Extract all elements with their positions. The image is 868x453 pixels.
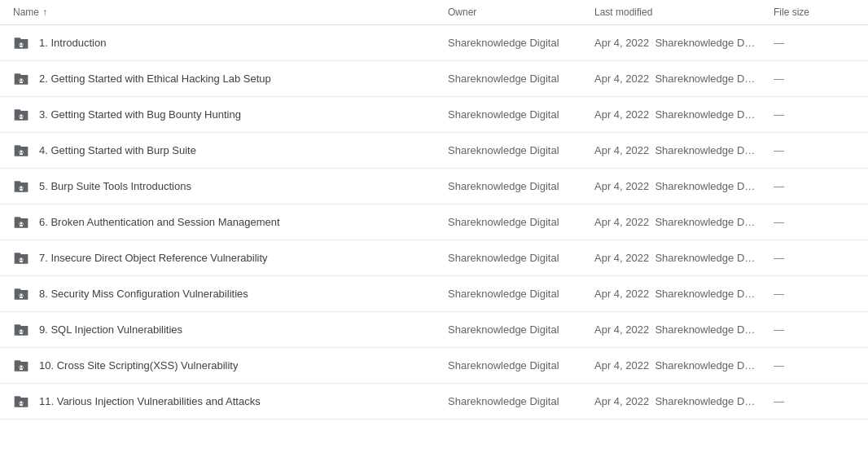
owner-cell: Shareknowledge Digital — [448, 288, 594, 300]
header-last-modified[interactable]: Last modified — [594, 7, 774, 18]
table-row[interactable]: 6. Broken Authentication and Session Man… — [0, 205, 868, 240]
row-name-text: 9. SQL Injection Vulnerabilities — [39, 323, 182, 336]
modified-cell: Apr 4, 2022 Shareknowledge D… — [594, 252, 774, 264]
modified-cell: Apr 4, 2022 Shareknowledge D… — [594, 180, 774, 192]
modified-cell: Apr 4, 2022 Shareknowledge D… — [594, 288, 774, 300]
table-row[interactable]: 5. Burp Suite Tools Introductions Sharek… — [0, 169, 868, 205]
size-cell: — — [774, 359, 855, 372]
name-cell: 5. Burp Suite Tools Introductions — [13, 170, 448, 203]
table-row[interactable]: 4. Getting Started with Burp Suite Share… — [0, 133, 868, 169]
name-cell: 9. SQL Injection Vulnerabilities — [13, 314, 448, 346]
row-name-text: 4. Getting Started with Burp Suite — [39, 144, 196, 156]
table-row[interactable]: 8. Security Miss Configuration Vulnerabi… — [0, 276, 868, 312]
header-owner[interactable]: Owner — [448, 7, 594, 18]
table-row[interactable]: 7. Insecure Direct Object Reference Vuln… — [0, 240, 868, 276]
owner-cell: Shareknowledge Digital — [448, 73, 594, 85]
row-name-text: 11. Various Injection Vulnerabilities an… — [39, 395, 261, 407]
row-name-text: 10. Cross Site Scripting(XSS) Vulnerabil… — [39, 359, 238, 372]
name-cell: 6. Broken Authentication and Session Man… — [13, 206, 448, 239]
svg-point-13 — [20, 187, 23, 189]
svg-point-29 — [20, 368, 23, 370]
modified-cell: Apr 4, 2022 Shareknowledge D… — [594, 108, 774, 121]
modified-cell: Apr 4, 2022 Shareknowledge D… — [594, 323, 774, 336]
name-cell: 11. Various Injection Vulnerabilities an… — [13, 385, 448, 418]
size-cell: — — [774, 288, 855, 300]
table-row[interactable]: 11. Various Injection Vulnerabilities an… — [0, 384, 868, 420]
header-name[interactable]: Name ↑ — [13, 7, 448, 18]
owner-cell: Shareknowledge Digital — [448, 252, 594, 264]
svg-point-32 — [20, 404, 23, 406]
svg-point-22 — [20, 294, 23, 297]
shared-folder-icon — [13, 143, 29, 159]
svg-point-5 — [20, 81, 23, 83]
table-row[interactable]: 10. Cross Site Scripting(XSS) Vulnerabil… — [0, 348, 868, 384]
shared-folder-icon — [13, 322, 29, 338]
table-row[interactable]: 2. Getting Started with Ethical Hacking … — [0, 61, 868, 97]
owner-cell: Shareknowledge Digital — [448, 37, 594, 49]
table-body: 1. Introduction Shareknowledge Digital A… — [0, 25, 868, 420]
table-row[interactable]: 1. Introduction Shareknowledge Digital A… — [0, 25, 868, 61]
row-name-text: 7. Insecure Direct Object Reference Vuln… — [39, 252, 268, 264]
modified-cell: Apr 4, 2022 Shareknowledge D… — [594, 73, 774, 85]
svg-point-1 — [20, 43, 23, 46]
size-cell: — — [774, 323, 855, 336]
svg-point-14 — [20, 189, 23, 191]
row-name-text: 6. Broken Authentication and Session Man… — [39, 216, 280, 228]
name-cell: 1. Introduction — [13, 27, 448, 59]
size-cell: — — [774, 108, 855, 121]
name-cell: 8. Security Miss Configuration Vulnerabi… — [13, 278, 448, 310]
shared-folder-icon — [13, 71, 29, 87]
shared-folder-icon — [13, 394, 29, 410]
modified-cell: Apr 4, 2022 Shareknowledge D… — [594, 395, 774, 407]
owner-cell: Shareknowledge Digital — [448, 395, 594, 407]
modified-cell: Apr 4, 2022 Shareknowledge D… — [594, 37, 774, 49]
size-cell: — — [774, 395, 855, 407]
size-cell: — — [774, 73, 855, 85]
svg-point-7 — [20, 115, 23, 117]
svg-point-23 — [20, 297, 23, 298]
owner-cell: Shareknowledge Digital — [448, 144, 594, 156]
header-name-label: Name — [13, 7, 39, 18]
name-cell: 4. Getting Started with Burp Suite — [13, 134, 448, 167]
svg-point-17 — [20, 225, 23, 226]
svg-point-31 — [20, 402, 23, 404]
row-name-text: 3. Getting Started with Bug Bounty Hunti… — [39, 108, 241, 121]
row-name-text: 2. Getting Started with Ethical Hacking … — [39, 73, 271, 85]
shared-folder-icon — [13, 107, 29, 123]
shared-folder-icon — [13, 178, 29, 195]
size-cell: — — [774, 252, 855, 264]
svg-point-8 — [20, 117, 23, 119]
header-file-size[interactable]: File size — [774, 7, 855, 18]
header-file-size-label: File size — [774, 7, 809, 18]
size-cell: — — [774, 37, 855, 49]
svg-point-20 — [20, 261, 23, 262]
table-header: Name ↑ Owner Last modified File size — [0, 0, 868, 25]
svg-point-19 — [20, 258, 23, 261]
name-cell: 7. Insecure Direct Object Reference Vuln… — [13, 242, 448, 275]
modified-cell: Apr 4, 2022 Shareknowledge D… — [594, 216, 774, 228]
owner-cell: Shareknowledge Digital — [448, 180, 594, 192]
svg-point-25 — [20, 330, 23, 332]
svg-point-11 — [20, 153, 23, 155]
name-cell: 10. Cross Site Scripting(XSS) Vulnerabil… — [13, 350, 448, 382]
svg-point-2 — [20, 46, 23, 47]
header-owner-label: Owner — [448, 7, 476, 18]
row-name-text: 8. Security Miss Configuration Vulnerabi… — [39, 288, 248, 300]
owner-cell: Shareknowledge Digital — [448, 359, 594, 372]
svg-point-26 — [20, 332, 23, 334]
shared-folder-icon — [13, 286, 29, 302]
row-name-text: 5. Burp Suite Tools Introductions — [39, 180, 191, 192]
shared-folder-icon — [13, 250, 29, 266]
table-row[interactable]: 9. SQL Injection Vulnerabilities Sharekn… — [0, 312, 868, 348]
svg-point-4 — [20, 79, 23, 81]
svg-point-10 — [20, 151, 23, 153]
table-row[interactable]: 3. Getting Started with Bug Bounty Hunti… — [0, 97, 868, 133]
owner-cell: Shareknowledge Digital — [448, 216, 594, 228]
size-cell: — — [774, 180, 855, 192]
modified-cell: Apr 4, 2022 Shareknowledge D… — [594, 144, 774, 156]
shared-folder-icon — [13, 35, 29, 51]
owner-cell: Shareknowledge Digital — [448, 323, 594, 336]
header-last-modified-label: Last modified — [594, 7, 652, 18]
modified-cell: Apr 4, 2022 Shareknowledge D… — [594, 359, 774, 372]
shared-folder-icon — [13, 358, 29, 374]
